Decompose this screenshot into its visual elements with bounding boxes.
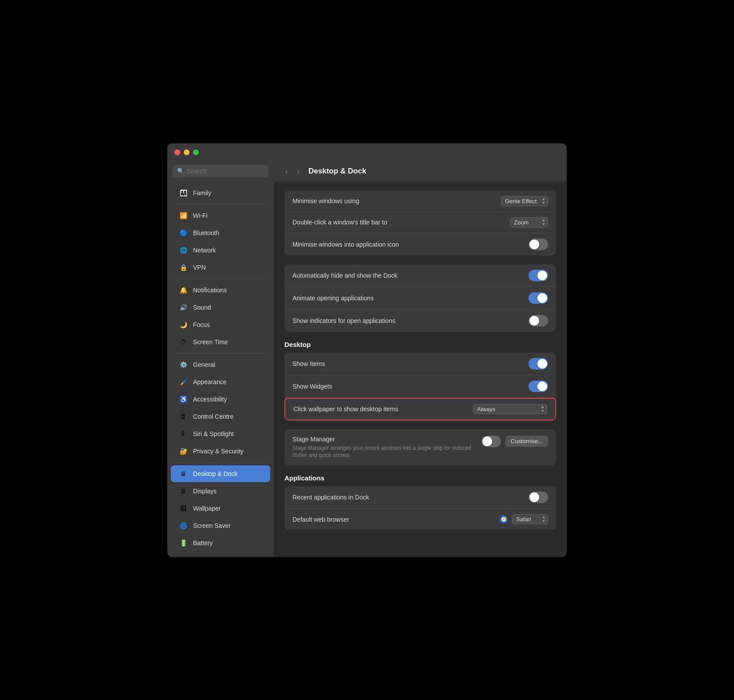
sidebar-label-privacy-security: Privacy & Security xyxy=(193,448,244,455)
sidebar-icon-accessibility: ♿ xyxy=(178,394,189,405)
stage-manager-desc: Stage Manager arranges your recent windo… xyxy=(292,444,473,460)
sidebar-label-screen-saver: Screen Saver xyxy=(193,522,231,529)
sidebar-icon-general: ⚙️ xyxy=(178,359,189,370)
show-widgets-toggle[interactable] xyxy=(529,381,548,392)
minimise-app-icon-knob xyxy=(529,240,539,249)
animate-opening-label: Animate opening applications xyxy=(292,295,374,302)
double-click-dropdown[interactable]: Zoom Minimise None xyxy=(510,217,548,228)
sidebar-label-displays: Displays xyxy=(193,488,217,495)
show-widgets-right xyxy=(529,381,548,392)
dock-card-1: Minimise windows using Genie Effect Scal… xyxy=(284,191,556,256)
search-box[interactable]: 🔍 xyxy=(173,165,268,177)
applications-section-header: Applications xyxy=(284,474,556,482)
minimise-app-icon-toggle[interactable] xyxy=(529,239,548,250)
desktop-card: Show Items Show Widgets xyxy=(284,353,556,421)
stage-manager-toggle[interactable] xyxy=(481,436,501,447)
sidebar-item-displays[interactable]: 🖥Displays xyxy=(171,483,270,499)
auto-hide-right xyxy=(529,270,548,281)
sidebar-item-general[interactable]: ⚙️General xyxy=(171,356,270,373)
sidebar-item-wifi[interactable]: 📶Wi-Fi xyxy=(171,207,270,224)
auto-hide-label: Automatically hide and show the Dock xyxy=(292,272,398,279)
sidebar-icon-battery: 🔋 xyxy=(178,538,189,548)
show-indicators-knob xyxy=(529,316,539,326)
titlebar xyxy=(167,143,567,160)
main-content: Minimise windows using Genie Effect Scal… xyxy=(274,182,567,557)
sidebar-icon-siri-spotlight: 🎙 xyxy=(178,429,189,439)
sidebar-label-notifications: Notifications xyxy=(193,287,227,294)
sidebar-label-battery: Battery xyxy=(193,539,213,547)
sidebar-item-wallpaper[interactable]: 🖼Wallpaper xyxy=(171,500,270,517)
sidebar-item-screen-time[interactable]: ⏱Screen Time xyxy=(171,334,270,350)
animate-opening-toggle[interactable] xyxy=(529,292,548,304)
sidebar-item-siri-spotlight[interactable]: 🎙Siri & Spotlight xyxy=(171,425,270,442)
sidebar-item-bluetooth[interactable]: 🔵Bluetooth xyxy=(171,224,270,241)
sidebar-divider xyxy=(174,353,267,354)
sidebar-item-accessibility[interactable]: ♿Accessibility xyxy=(171,391,270,408)
sidebar-label-screen-time: Screen Time xyxy=(193,338,228,346)
sidebar-icon-network: 🌐 xyxy=(178,245,189,256)
sidebar-label-bluetooth: Bluetooth xyxy=(193,229,219,236)
row-show-indicators: Show indicators for open applications xyxy=(284,310,556,332)
row-auto-hide: Automatically hide and show the Dock xyxy=(284,264,556,287)
sidebar-icon-family: 👨‍👩‍👧 xyxy=(178,188,189,198)
sidebar-divider xyxy=(174,279,267,279)
forward-button[interactable]: › xyxy=(294,166,302,177)
sidebar-label-desktop-dock: Desktop & Dock xyxy=(193,470,237,477)
sidebar-item-network[interactable]: 🌐Network xyxy=(171,242,270,259)
search-input[interactable] xyxy=(187,168,264,175)
default-browser-dropdown[interactable]: Safari Firefox Chrome xyxy=(512,514,548,524)
nav-header: ‹ › Desktop & Dock xyxy=(274,160,567,182)
customise-button[interactable]: Customise... xyxy=(505,436,548,447)
show-indicators-toggle[interactable] xyxy=(529,315,548,326)
minimise-windows-dropdown[interactable]: Genie Effect Scale Effect xyxy=(501,196,548,206)
maximize-button[interactable] xyxy=(193,149,199,155)
recent-apps-knob xyxy=(529,492,539,502)
stage-manager-knob xyxy=(482,437,492,446)
sidebar-item-notifications[interactable]: 🔔Notifications xyxy=(171,282,270,299)
sidebar-item-battery[interactable]: 🔋Battery xyxy=(171,535,270,551)
sidebar-divider xyxy=(174,204,267,204)
sidebar-item-privacy-security[interactable]: 🔐Privacy & Security xyxy=(171,443,270,460)
row-show-widgets: Show Widgets xyxy=(284,375,556,398)
sidebar-divider xyxy=(174,462,267,463)
sidebar-label-family: Family xyxy=(193,189,211,197)
sidebar-item-sound[interactable]: 🔊Sound xyxy=(171,299,270,316)
recent-apps-right xyxy=(529,492,548,503)
sidebar-icon-notifications: 🔔 xyxy=(178,285,189,295)
sidebar-label-general: General xyxy=(193,361,215,368)
row-default-browser: Default web browser 🧭 Safari Firefox Chr… xyxy=(284,509,556,530)
show-items-toggle[interactable] xyxy=(529,358,548,370)
row-minimise-windows: Minimise windows using Genie Effect Scal… xyxy=(284,191,556,212)
show-indicators-right xyxy=(529,315,548,326)
animate-opening-knob xyxy=(537,293,547,303)
show-items-right xyxy=(529,358,548,370)
auto-hide-toggle[interactable] xyxy=(529,270,548,281)
row-animate-opening: Animate opening applications xyxy=(284,287,556,310)
row-double-click: Double-click a window's title bar to Zoo… xyxy=(284,212,556,233)
sidebar-item-screen-saver[interactable]: 🌀Screen Saver xyxy=(171,517,270,534)
sidebar-item-desktop-dock[interactable]: 🖥Desktop & Dock xyxy=(171,465,270,482)
sidebar-label-vpn: VPN xyxy=(193,264,206,271)
show-items-knob xyxy=(537,359,547,369)
sidebar-item-family[interactable]: 👨‍👩‍👧Family xyxy=(171,185,270,201)
close-button[interactable] xyxy=(174,149,180,155)
minimise-windows-label: Minimise windows using xyxy=(292,197,359,204)
show-widgets-label: Show Widgets xyxy=(292,383,332,390)
sidebar-item-appearance[interactable]: 🖌️Appearance xyxy=(171,374,270,390)
safari-icon: 🧭 xyxy=(500,515,508,523)
sidebar-label-wifi: Wi-Fi xyxy=(193,212,208,219)
minimise-app-icon-label: Minimise windows into application icon xyxy=(292,241,399,248)
default-browser-label: Default web browser xyxy=(292,516,349,523)
sidebar-item-control-centre[interactable]: 🎛Control Centre xyxy=(171,408,270,425)
show-indicators-label: Show indicators for open applications xyxy=(292,317,395,324)
row-recent-apps: Recent applications in Dock xyxy=(284,486,556,509)
sidebar-icon-displays: 🖥 xyxy=(178,486,189,496)
sidebar-item-vpn[interactable]: 🔒VPN xyxy=(171,259,270,276)
click-wallpaper-dropdown[interactable]: Always Only in Stage Manager xyxy=(473,404,547,414)
sidebar-item-focus[interactable]: 🌙Focus xyxy=(171,316,270,333)
sidebar-label-appearance: Appearance xyxy=(193,378,227,385)
recent-apps-toggle[interactable] xyxy=(529,492,548,503)
minimize-button[interactable] xyxy=(184,149,189,155)
show-items-label: Show Items xyxy=(292,360,325,367)
back-button[interactable]: ‹ xyxy=(283,166,291,177)
